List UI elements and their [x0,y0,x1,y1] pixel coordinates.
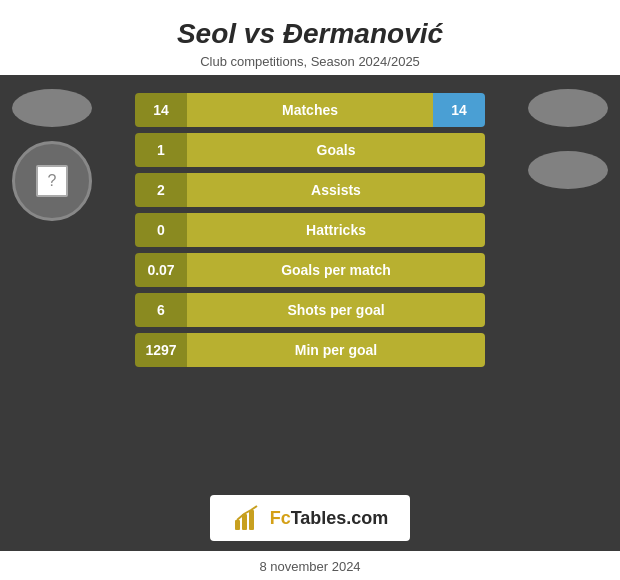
left-avatar-top [12,89,92,127]
page-subtitle: Club competitions, Season 2024/2025 [10,54,610,69]
page-title: Seol vs Đermanović [10,18,610,50]
svg-rect-2 [249,510,254,530]
svg-rect-0 [235,520,240,530]
stat-label-text: Matches [187,93,433,127]
stats-panel: 14Matches141Goals2Assists0Hattricks0.07G… [135,93,485,367]
stat-left-value: 1297 [135,333,187,367]
stat-left-value: 2 [135,173,187,207]
stat-label-text: Goals [187,133,485,167]
left-player-area: ? [12,89,92,221]
right-avatar-top [528,89,608,127]
stat-left-value: 0 [135,213,187,247]
stat-row-shots-per-goal: 6Shots per goal [135,293,485,327]
stat-left-value: 0.07 [135,253,187,287]
right-avatar-bottom [528,151,608,189]
stat-row-matches: 14Matches14 [135,93,485,127]
svg-rect-1 [242,514,247,530]
stat-label-text: Shots per goal [187,293,485,327]
bottom-section: FcTables.com 8 november 2024 [0,481,620,580]
stat-left-value: 6 [135,293,187,327]
stat-row-assists: 2Assists [135,173,485,207]
stat-right-value: 14 [433,93,485,127]
page-container: Seol vs Đermanović Club competitions, Se… [0,0,620,580]
main-area: ? 14Matches141Goals2Assists0Hattricks0.0… [0,75,620,481]
logo-text: FcTables.com [270,508,389,529]
stat-label-text: Goals per match [187,253,485,287]
header: Seol vs Đermanović Club competitions, Se… [0,0,620,75]
stat-row-goals: 1Goals [135,133,485,167]
stat-left-value: 14 [135,93,187,127]
logo-icon [232,503,262,533]
left-avatar-circle: ? [12,141,92,221]
left-avatar-placeholder: ? [36,165,68,197]
stat-label-text: Min per goal [187,333,485,367]
logo-badge: FcTables.com [210,495,411,541]
stat-row-goals-per-match: 0.07Goals per match [135,253,485,287]
footer-date: 8 november 2024 [0,551,620,580]
stat-left-value: 1 [135,133,187,167]
stat-label-text: Assists [187,173,485,207]
stat-label-text: Hattricks [187,213,485,247]
stat-row-min-per-goal: 1297Min per goal [135,333,485,367]
stat-row-hattricks: 0Hattricks [135,213,485,247]
logo-area: FcTables.com [0,481,620,551]
right-player-area [528,89,608,189]
